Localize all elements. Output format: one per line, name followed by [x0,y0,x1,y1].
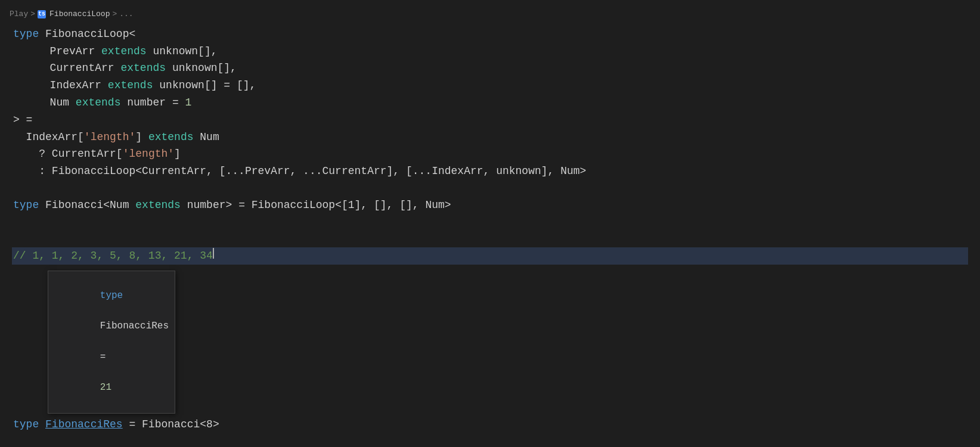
val-arr-4: [], [237,77,256,94]
fibonaccires-link[interactable]: FibonacciRes [45,416,123,433]
space-5 [37,94,50,111]
param-indexarr: IndexArr [50,77,101,94]
kw-type-1: type [13,26,39,43]
code-line-7: IndexArr[ 'length' ] extends Num [12,129,968,146]
code-line-2: PrevArr extends unknown[], [12,43,968,60]
last-space1 [39,416,45,433]
fibloop-9: FibonacciLoop<CurrentArr, [...PrevArr, .… [52,163,587,180]
code-line-4: IndexArr extends unknown[] = [], [12,77,968,94]
str-length-8: 'length' [123,145,174,163]
op-gt-eq: > = [13,111,32,129]
space-2c [147,43,153,60]
space-fib3 [181,197,187,214]
breadcrumb-file[interactable]: FibonacciLoop [49,8,110,21]
space-8 [13,145,39,163]
kw-extends-3: extends [120,60,166,77]
space-3 [37,60,50,77]
popup-space2 [100,336,106,347]
breadcrumb-sep2: > [112,8,117,21]
type-unknown-2: unknown[], [153,43,217,60]
fibonacci-name: Fibonacci<Num [45,197,129,214]
breadcrumb-ts-icon: ts [38,10,46,18]
op-eq-4: = [224,77,230,94]
code-line-fibonacci: type Fibonacci<Num extends number> = Fib… [12,197,968,214]
space-2b [95,43,101,60]
breadcrumb: Play > ts FibonacciLoop > ... [0,6,980,26]
str-length-7: 'length' [84,129,135,146]
space-4c [153,77,159,94]
breadcrumb-sep1: > [30,8,35,21]
space-5b [69,94,76,111]
code-line-1: type FibonacciLoop< [12,26,968,43]
editor-container: Play > ts FibonacciLoop > ... type Fibon… [0,0,980,439]
space-3b [114,60,121,77]
space-5e [179,94,185,111]
num-7: Num [200,129,219,146]
breadcrumb-play[interactable]: Play [10,8,28,21]
space-7c [194,129,200,146]
space-5d [166,94,172,111]
param-currentarr: CurrentArr [50,60,114,77]
space-4 [37,77,50,94]
space-9b [45,163,52,180]
empty-line-3 [12,231,968,247]
op-colon-9: : [39,163,45,180]
popup-val: 21 [100,382,111,393]
space-4e [230,77,237,94]
type-unknown-4: unknown[] [159,77,217,94]
hover-popup: type FibonacciRes = 21 [48,271,175,414]
type-fibonacciloop: FibonacciLoop< [45,26,135,43]
code-line-6: > = [12,111,968,129]
kw-extends-4: extends [108,77,153,94]
fibonacci-rest: number> = FibonacciLoop<[1], [], [], Num… [187,197,451,214]
space-4d [218,77,224,94]
kw-type-fibonacci: type [13,197,39,214]
last-space2 [123,416,129,433]
space-7b [142,129,148,146]
type-number-5: number [127,94,166,111]
space-1 [39,26,45,43]
space-fib [39,197,45,214]
type-unknown-3: unknown[], [172,60,237,77]
space-5c [120,94,127,111]
space-4b [101,77,108,94]
space-8b [45,145,52,163]
indexarr-7: IndexArr[ [26,129,84,146]
code-line-last: type FibonacciRes = Fibonacci<8> [12,416,968,433]
code-line-9: : FibonacciLoop<CurrentArr, [...PrevArr,… [12,163,968,180]
param-prevarr: PrevArr [50,43,95,60]
popup-type-name: FibonacciRes [100,321,169,331]
space-fib2 [129,197,135,214]
popup-kw-type: type [100,290,123,301]
bracket-8: ] [174,145,181,163]
code-area: type FibonacciLoop< PrevArr extends unkn… [0,26,980,433]
text-cursor [213,248,214,259]
space-2 [37,43,50,60]
kw-extends-fibonacci: extends [135,197,181,214]
space-3c [166,60,172,77]
space-9 [13,163,39,180]
code-line-8: ? CurrentArr[ 'length' ] [12,145,968,163]
popup-space1 [100,306,106,316]
code-line-5: Num extends number = 1 [12,94,968,111]
currentarr-8: CurrentArr[ [52,145,123,163]
breadcrumb-current: ... [119,8,133,21]
param-num: Num [50,94,69,111]
popup-op: = [100,352,106,362]
popup-space3 [100,367,106,377]
empty-line-2 [12,214,968,231]
op-eq-5: = [172,94,179,111]
kw-extends-7: extends [148,129,194,146]
popup-container: type FibonacciRes = 21 [12,265,968,416]
code-line-3: CurrentArr extends unknown[], [12,60,968,77]
empty-line-1 [12,180,968,197]
op-q-8: ? [39,145,45,163]
kw-extends-2: extends [101,43,147,60]
kw-extends-5: extends [76,94,121,111]
comment-fibonacci: // 1, 1, 2, 3, 5, 8, 13, 21, 34 [13,247,213,265]
val-1-5: 1 [185,94,192,111]
space-7 [13,129,26,146]
kw-type-last: type [13,416,39,433]
bracket-7: ] [135,129,142,146]
code-line-comment: // 1, 1, 2, 3, 5, 8, 13, 21, 34 [12,247,968,265]
